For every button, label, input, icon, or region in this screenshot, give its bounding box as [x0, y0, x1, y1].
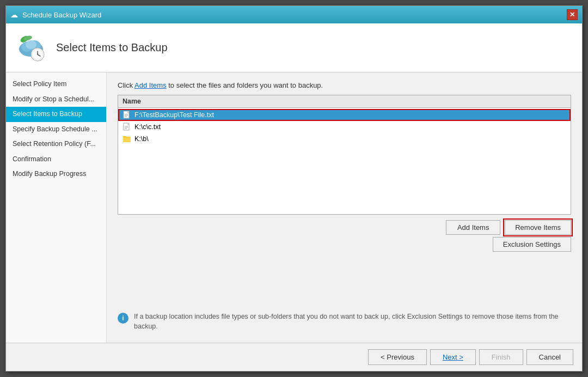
file-item-2[interactable]: K:\c\c.txt — [118, 121, 571, 133]
file-name-1: F:\TestBackup\Test File.txt — [134, 111, 214, 119]
header-icon-wrap — [15, 32, 47, 64]
remove-items-button[interactable]: Remove Items — [505, 220, 571, 235]
title-bar: ☁ Schedule Backup Wizard ✕ — [6, 6, 582, 23]
header-area: Select Items to Backup — [6, 23, 582, 72]
sidebar-item-specify-backup[interactable]: Specify Backup Schedule ... — [6, 122, 106, 137]
page-title: Select Items to Backup — [56, 41, 168, 54]
sidebar-item-modify-progress[interactable]: Modify Backup Progress — [6, 167, 106, 182]
file-icon-1 — [122, 111, 131, 119]
sidebar-item-select-policy[interactable]: Select Policy Item — [6, 77, 106, 92]
file-list-container: Name F:\TestBackup\Test File.txt — [118, 95, 571, 215]
svg-point-3 — [26, 40, 36, 49]
file-item-3[interactable]: K:\b\ — [118, 133, 571, 145]
add-items-link[interactable]: Add Items — [134, 81, 167, 89]
file-icon-2 — [122, 123, 131, 131]
folder-icon-3 — [122, 135, 131, 143]
file-item-1[interactable]: F:\TestBackup\Test File.txt — [118, 109, 571, 121]
main-content: Click Add Items to select the files and … — [107, 72, 582, 343]
backup-icon — [16, 33, 46, 63]
sidebar-item-select-items[interactable]: Select Items to Backup — [6, 107, 106, 122]
next-button[interactable]: Next > — [430, 349, 476, 365]
wizard-window: ☁ Schedule Backup Wizard ✕ Sel — [5, 5, 583, 372]
sidebar-item-select-retention[interactable]: Select Retention Policy (F... — [6, 137, 106, 152]
exclusion-button-row: Exclusion Settings — [118, 237, 571, 252]
file-name-2: K:\c\c.txt — [134, 123, 161, 131]
action-buttons-row: Add Items Remove Items — [118, 220, 571, 235]
instruction-text: Click Add Items to select the files and … — [118, 81, 571, 89]
info-section: i If a backup location includes file typ… — [118, 305, 571, 335]
file-list-body: F:\TestBackup\Test File.txt K:\c\c.txt — [118, 108, 571, 146]
info-text: If a backup location includes file types… — [134, 312, 571, 332]
sidebar: Select Policy Item Modify or Stop a Sche… — [6, 72, 107, 343]
footer: < Previous Next > Finish Cancel — [6, 343, 582, 371]
add-items-button[interactable]: Add Items — [446, 220, 500, 235]
file-name-3: K:\b\ — [134, 135, 149, 143]
previous-button[interactable]: < Previous — [368, 349, 427, 365]
app-icon: ☁ — [10, 10, 19, 19]
file-list-header: Name — [118, 95, 571, 108]
sidebar-item-modify-stop[interactable]: Modify or Stop a Schedul... — [6, 92, 106, 107]
close-button[interactable]: ✕ — [567, 9, 578, 20]
sidebar-item-confirmation[interactable]: Confirmation — [6, 152, 106, 167]
info-icon: i — [118, 313, 128, 324]
title-bar-left: ☁ Schedule Backup Wizard — [10, 10, 101, 19]
window-title: Schedule Backup Wizard — [22, 11, 101, 19]
cancel-button[interactable]: Cancel — [526, 349, 573, 365]
finish-button: Finish — [479, 349, 523, 365]
exclusion-settings-button[interactable]: Exclusion Settings — [493, 237, 571, 252]
content-area: Select Policy Item Modify or Stop a Sche… — [6, 72, 582, 343]
